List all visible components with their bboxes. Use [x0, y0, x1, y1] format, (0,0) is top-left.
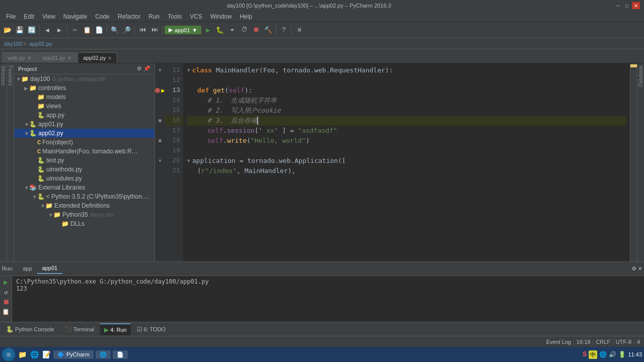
fold-arrow-20[interactable]: ▼	[158, 158, 162, 164]
taskbar-chrome-btn[interactable]: 🌐	[96, 350, 111, 359]
tab-app01-py-close[interactable]: ✕	[67, 55, 71, 61]
status-event-log[interactable]: Event Log	[546, 339, 571, 345]
taskbar-battery-icon[interactable]: 🔋	[618, 351, 626, 358]
tree-item-models[interactable]: 📁 models	[14, 93, 154, 102]
project-icon[interactable]: 📂	[2, 25, 13, 36]
run-play-icon[interactable]: ▶	[4, 278, 8, 287]
breadcrumb-file[interactable]: app02.py	[29, 41, 52, 47]
tab-app02-py[interactable]: app02.py ✕	[77, 52, 117, 63]
taskbar-network-icon[interactable]: 🌐	[599, 351, 607, 358]
tree-item-mainhandlerclass[interactable]: C MainHandler(Foo, tornado.web.R…	[14, 147, 154, 156]
paste-icon[interactable]: 📄	[94, 25, 105, 36]
bottom-tab-terminal[interactable]: ⬛ Terminal	[60, 324, 99, 335]
taskbar-notepad-icon[interactable]: 📝	[41, 349, 51, 359]
taskbar-folder-icon[interactable]: 📁	[17, 349, 27, 359]
run-settings-icon[interactable]: ⚙	[632, 264, 636, 273]
menu-item-view[interactable]: View	[38, 12, 59, 21]
search-icon[interactable]: 🔍	[109, 25, 120, 36]
tree-item-app01py[interactable]: ▼ 🐍 app01.py	[14, 120, 154, 129]
folder-icon-extdefs: 📁	[45, 202, 53, 209]
tab-web-py-close[interactable]: ✕	[27, 55, 31, 61]
project-cog-icon[interactable]: ⚙	[137, 65, 142, 72]
bottom-tab-todo[interactable]: ☑ 6: TODO	[133, 324, 170, 335]
code-editor[interactable]: ▼class MainHandler(Foo, tornado.web.Requ…	[183, 63, 630, 261]
menu-item-help[interactable]: Help	[236, 12, 257, 21]
next-icon[interactable]: ⏭	[149, 25, 160, 36]
structure-sidebar[interactable]: Structure	[0, 63, 7, 261]
tree-item-fooobjclass[interactable]: C Foo(object)	[14, 138, 154, 147]
start-button[interactable]: ⊞	[2, 348, 15, 361]
stop-btn[interactable]: ⏹	[251, 25, 262, 36]
menu-item-tools[interactable]: Tools	[164, 12, 186, 21]
tree-item-views[interactable]: 📁 views	[14, 102, 154, 111]
prev-icon[interactable]: ⏮	[137, 25, 148, 36]
taskbar-ime-icon[interactable]: 中	[589, 350, 597, 359]
cut-icon[interactable]: ✂	[69, 25, 80, 36]
bottom-tab-run[interactable]: ▶ 4: Run	[100, 323, 130, 335]
tree-item-python35root[interactable]: ▼ 📁 Python35 library root	[14, 210, 154, 219]
tree-item-app02py[interactable]: ▼ 🐍 app02.py	[14, 129, 154, 138]
tree-item-controllers[interactable]: ▶ 📁 controllers	[14, 83, 154, 93]
forward-icon[interactable]: ▶	[54, 25, 65, 36]
back-icon[interactable]: ◀	[42, 25, 53, 36]
tree-item-uimodules[interactable]: 🐍 uimodules.py	[14, 174, 154, 183]
minimize-button[interactable]: ─	[614, 2, 622, 9]
menu-item-run[interactable]: Run	[144, 12, 164, 21]
copy-icon[interactable]: 📋	[82, 25, 93, 36]
run-rerun-icon[interactable]: ↺	[4, 289, 8, 296]
project-pin-icon[interactable]: 📌	[143, 65, 150, 72]
favorites-sidebar[interactable]: Favorites	[7, 63, 14, 261]
maximize-button[interactable]: □	[623, 2, 631, 9]
tree-item-dlls[interactable]: 📁 DLLs	[14, 219, 154, 228]
bottom-tab-python-console[interactable]: 🐍 Python Console	[2, 324, 58, 335]
menu-item-edit[interactable]: Edit	[20, 12, 38, 21]
help-btn[interactable]: ?	[278, 25, 289, 36]
fold-arrow-11[interactable]: ▼	[158, 68, 162, 73]
menu-item-vcs[interactable]: VCS	[186, 12, 206, 21]
build-btn[interactable]: 🔨	[263, 25, 274, 36]
tab-web-py[interactable]: web.py ✕	[2, 52, 37, 63]
close-button[interactable]: ✕	[632, 2, 640, 9]
tree-item-testpy[interactable]: 🐍 test.py	[14, 156, 154, 165]
fold-icon-11[interactable]: ▼	[187, 65, 190, 75]
run-btn[interactable]: ▶	[202, 25, 213, 36]
menu-item-window[interactable]: Window	[206, 12, 236, 21]
tree-item-day100[interactable]: ▼ 📁 day100 G:\python_code\day100	[14, 74, 154, 83]
run-tab-app01[interactable]: app01	[37, 263, 63, 274]
taskbar-word-btn[interactable]: 📄	[113, 350, 128, 359]
commander-btn[interactable]: ⌘	[294, 25, 305, 36]
run-dump-icon[interactable]: 📋	[2, 308, 10, 316]
run-tab-app[interactable]: app	[18, 263, 37, 274]
taskbar-pycharm-btn[interactable]: 🔷 PyCharm	[53, 350, 94, 359]
tree-item-extdefs[interactable]: ▼ 📁 Extended Definitions	[14, 201, 154, 210]
taskbar-sougou-icon[interactable]: S	[583, 350, 587, 358]
menu-item-refactor[interactable]: Refactor	[114, 12, 144, 21]
run-content[interactable]: C:\Python35\python.exe G:/python_code/da…	[12, 276, 644, 322]
run-config-btn[interactable]: ▶ app01 ▼	[165, 26, 201, 34]
bp-marker-13[interactable]	[155, 88, 160, 93]
line-num-13: 13	[165, 85, 183, 96]
tree-item-python352[interactable]: ▼ 🐍 < Python 3.5.2 (C:\Python35\python.e…	[14, 192, 154, 201]
replace-icon[interactable]: 🔎	[121, 25, 132, 36]
coverage-btn[interactable]: ☂	[226, 25, 237, 36]
taskbar-volume-icon[interactable]: 🔊	[609, 351, 616, 358]
fold-icon-20[interactable]: ▼	[187, 156, 190, 166]
run-close-icon[interactable]: ✕	[638, 264, 642, 273]
tree-item-extlibs[interactable]: ▼ 📚 External Libraries	[14, 183, 154, 192]
taskbar-ie-icon[interactable]: 🌐	[29, 349, 39, 359]
breadcrumb-project[interactable]: day100	[4, 41, 22, 47]
menu-item-navigate[interactable]: Navigate	[59, 12, 91, 21]
run-stop-icon[interactable]: ⏹	[3, 298, 10, 306]
debug-btn[interactable]: 🐛	[214, 25, 225, 36]
sync-icon[interactable]: 🔄	[26, 25, 37, 36]
profile-btn[interactable]: ⏱	[238, 25, 250, 36]
tab-app01-py[interactable]: app01.py ✕	[37, 52, 77, 63]
save-icon[interactable]: 💾	[14, 25, 25, 36]
tree-item-uimethods[interactable]: 🐍 uimethods.py	[14, 165, 154, 174]
tab-bar: web.py ✕ app01.py ✕ app02.py ✕	[0, 49, 644, 63]
menu-item-file[interactable]: File	[2, 12, 20, 21]
tab-app02-py-close[interactable]: ✕	[108, 55, 112, 61]
db-sidebar[interactable]: Database	[637, 63, 644, 261]
tree-item-apppy[interactable]: 🐍 app.py	[14, 111, 154, 120]
menu-item-code[interactable]: Code	[91, 12, 114, 21]
